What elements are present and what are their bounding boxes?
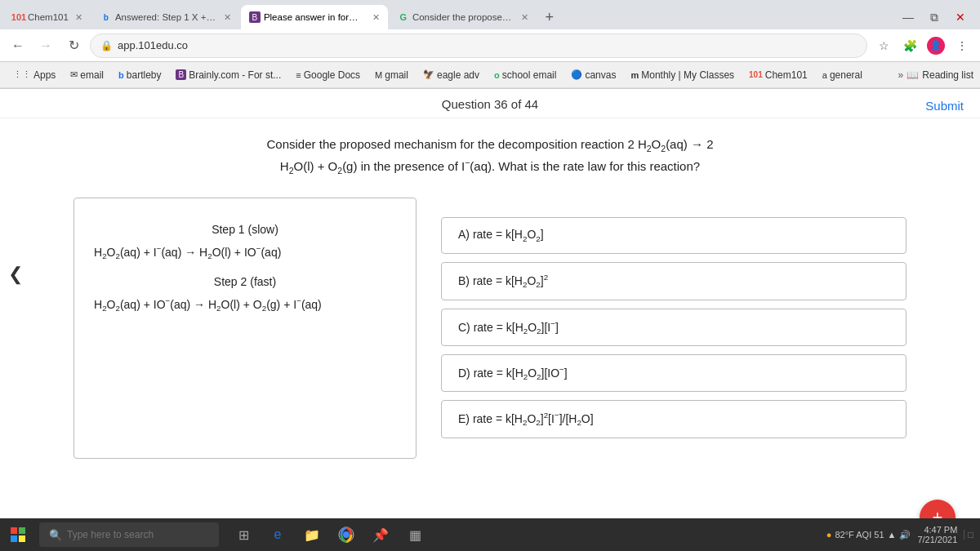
tab-answered-close[interactable]: ✕	[224, 12, 231, 23]
brainly-icon: B	[176, 69, 186, 80]
step1-label: Step 1 (slow)	[94, 223, 396, 236]
tab-consider-title: Consider the proposed mechani...	[412, 12, 514, 22]
choice-A[interactable]: A) rate = k[H2O2]	[441, 217, 906, 254]
step2-equation: H2O2(aq) + IO−(aq) → H2O(l) + O2(g) + I−…	[94, 296, 396, 313]
consider-favicon: G	[398, 11, 409, 23]
tab-chem101[interactable]: 101 Chem101 ✕	[5, 5, 91, 29]
time-display: 4:47 PM	[924, 525, 957, 535]
tab-answered-title: Answered: Step 1 X + Y XY (slow	[115, 12, 217, 22]
bookmark-google-docs[interactable]: ≡ Google Docs	[289, 68, 367, 82]
lock-icon: 🔒	[100, 40, 113, 51]
bookmarks-bar: ⋮⋮ Apps ✉ email b bartleby B Brainly.com…	[0, 62, 980, 88]
bookmark-canvas[interactable]: 🔵 canvas	[564, 68, 622, 82]
close-window-button[interactable]: ✕	[949, 6, 972, 29]
tab-answered[interactable]: b Answered: Step 1 X + Y XY (slow ✕	[92, 5, 239, 29]
extensions-button[interactable]: 🧩	[898, 34, 921, 57]
maximize-button[interactable]: ⧉	[923, 6, 946, 29]
tab-consider-close[interactable]: ✕	[521, 12, 528, 23]
bookmark-eagle-adv-label: eagle adv	[437, 69, 479, 81]
svg-rect-0	[11, 527, 17, 534]
question-header: Question 36 of 44 Submit	[0, 89, 980, 118]
choice-B[interactable]: B) rate = k[H2O2]2	[441, 262, 906, 300]
bookmark-chem101-label: Chem101	[765, 69, 808, 81]
choice-D[interactable]: D) rate = k[H2O2][IO−]	[441, 354, 906, 392]
tab-chem101-close[interactable]: ✕	[75, 12, 82, 23]
bookmark-email[interactable]: ✉ email	[64, 68, 110, 82]
tab-please-answer[interactable]: B Please answer in format required ✕	[241, 5, 388, 29]
bookmark-canvas-label: canvas	[585, 69, 616, 81]
url-bar[interactable]: 🔒 app.101edu.co	[90, 33, 867, 58]
browser-actions: ☆ 🧩 👤 ⋮	[872, 34, 973, 57]
profile-button[interactable]: 👤	[924, 34, 947, 57]
canvas-icon: 🔵	[571, 69, 582, 80]
show-desktop-button[interactable]: □	[964, 530, 973, 540]
apps-icon: ⋮⋮	[13, 69, 31, 80]
submit-button[interactable]: Submit	[925, 99, 964, 113]
browser-chrome: 101 Chem101 ✕ b Answered: Step 1 X + Y X…	[0, 0, 980, 89]
bookmark-chem101[interactable]: 101 Chem101	[742, 68, 814, 82]
address-bar: ← → ↻ 🔒 app.101edu.co ☆ 🧩 👤 ⋮	[0, 29, 980, 62]
back-navigation-arrow[interactable]: ❮	[8, 264, 23, 285]
answered-favicon: b	[100, 11, 112, 23]
taskbar: 🔍 ⊞ e 📁 📌 ▦	[0, 518, 980, 551]
bookmark-brainly-label: Brainly.com - For st...	[189, 69, 281, 81]
monthly-icon: m	[630, 70, 639, 80]
bookmark-gmail-label: gmail	[385, 69, 408, 81]
reading-list-label: Reading list	[922, 69, 973, 81]
bookmark-monthly[interactable]: m Monthly | My Classes	[624, 68, 741, 82]
reading-list[interactable]: 📖 Reading list	[906, 69, 973, 81]
bookmark-eagle-adv[interactable]: 🦅 eagle adv	[416, 68, 486, 82]
choice-C[interactable]: C) rate = k[H2O2][I−]	[441, 309, 906, 346]
minimize-button[interactable]: —	[897, 6, 920, 29]
taskbar-clock: 4:47 PM 7/21/2021	[917, 525, 957, 544]
reading-list-icon: 📖	[906, 69, 919, 81]
please-answer-favicon: B	[249, 11, 261, 23]
start-button[interactable]	[0, 518, 36, 551]
general-icon: a	[822, 70, 827, 80]
bookmark-bartleby[interactable]: b bartleby	[112, 68, 167, 82]
email-icon: ✉	[70, 69, 78, 80]
svg-rect-2	[11, 535, 17, 542]
tab-please-answer-close[interactable]: ✕	[372, 12, 380, 23]
step1-equation: H2O2(aq) + I−(aq) → H2O(l) + IO−(aq)	[94, 244, 396, 260]
tab-bar: 101 Chem101 ✕ b Answered: Step 1 X + Y X…	[0, 0, 980, 29]
taskbar-icons: ⊞ e 📁 📌 ▦	[229, 520, 430, 549]
weather-indicator: ●	[826, 530, 832, 540]
choice-E[interactable]: E) rate = k[H2O2]2[I−]/[H2O]	[441, 400, 906, 438]
bookmark-school-email[interactable]: o school email	[488, 68, 563, 82]
answer-choices: A) rate = k[H2O2] B) rate = k[H2O2]2 C) …	[441, 198, 906, 459]
bookmark-bartleby-label: bartleby	[127, 69, 162, 81]
bookmark-gmail[interactable]: M gmail	[368, 68, 415, 82]
taskbar-file-explorer[interactable]: 📁	[297, 520, 327, 549]
taskbar-search-input[interactable]	[67, 529, 198, 540]
menu-button[interactable]: ⋮	[951, 34, 973, 57]
new-tab-button[interactable]: +	[538, 6, 561, 29]
svg-rect-3	[19, 535, 25, 542]
svg-rect-1	[19, 527, 25, 534]
bookmark-school-email-label: school email	[502, 69, 557, 81]
taskbar-chrome-icon[interactable]	[332, 520, 361, 549]
star-button[interactable]: ☆	[872, 34, 895, 57]
bookmark-brainly[interactable]: B Brainly.com - For st...	[169, 68, 287, 82]
bookmark-apps[interactable]: ⋮⋮ Apps	[7, 68, 62, 82]
search-icon: 🔍	[49, 529, 62, 541]
back-button[interactable]: ←	[7, 34, 29, 57]
tab-consider[interactable]: G Consider the proposed mechani... ✕	[390, 5, 537, 29]
question-layout: Step 1 (slow) H2O2(aq) + I−(aq) → H2O(l)…	[49, 198, 931, 459]
taskbar-app-icon[interactable]: ▦	[400, 520, 430, 549]
refresh-button[interactable]: ↻	[62, 34, 85, 57]
task-view-button[interactable]: ⊞	[229, 520, 258, 549]
bookmark-monthly-label: Monthly | My Classes	[641, 69, 734, 81]
question-counter: Question 36 of 44	[442, 97, 538, 111]
taskbar-pin-icon[interactable]: 📌	[366, 520, 395, 549]
network-icon: ▲	[888, 530, 897, 540]
taskbar-search-bar[interactable]: 🔍	[39, 522, 219, 547]
url-text: app.101edu.co	[118, 39, 188, 51]
forward-button[interactable]: →	[34, 34, 57, 57]
taskbar-edge-icon[interactable]: e	[263, 520, 292, 549]
mechanism-box: Step 1 (slow) H2O2(aq) + I−(aq) → H2O(l)…	[74, 198, 416, 459]
bookmark-general-label: general	[830, 69, 862, 81]
bookmark-email-label: email	[80, 69, 104, 81]
eagle-adv-icon: 🦅	[423, 69, 434, 80]
bookmark-general[interactable]: a general	[816, 68, 869, 82]
